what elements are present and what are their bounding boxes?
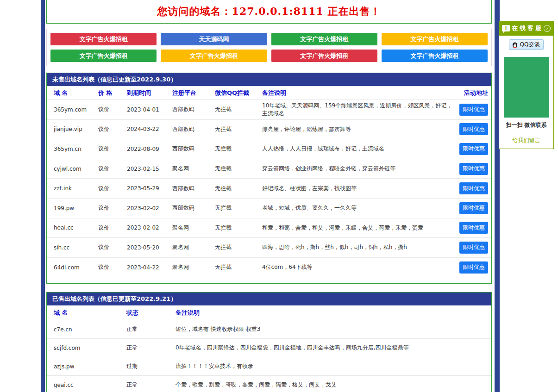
leave-message-link[interactable]: 给我们留言 (513, 137, 540, 144)
ads-row-2: 文字广告火爆招租 文字广告火爆招租 文字广告火爆招租 文字广告火爆招租 (50, 50, 488, 62)
platform-cell: 聚名网 (172, 263, 215, 271)
remark-cell: 好记域名、柱状图，左宗棠，找找图等 (262, 185, 456, 193)
remark-cell: 和爱，和蔼，合爱，和艾，河爱，禾嫒，合艾，荷爱，禾爱，贺爱 (262, 224, 456, 232)
platform-cell: 西部数码 (172, 204, 215, 212)
block-cell: 无拦截 (215, 204, 262, 212)
platform-cell: 西部数码 (172, 125, 215, 133)
platform-cell: 西部数码 (172, 145, 215, 153)
main-content: 您访问的域名：127.0.0.1:8111 正在出售！ 文字广告火爆招租 天天源… (46, 0, 492, 392)
table-row: c7e.cn 正常 短位，域名有 快速收录权限 权重3 (47, 320, 491, 339)
domain-cell: azjs.pw (54, 363, 126, 370)
column-header-remark: 备注说明 (262, 89, 456, 97)
column-header-expire: 到期时间 (127, 89, 172, 97)
unsold-panel-title: 未售出域名列表（信息已更新至2022.9.30） (47, 73, 491, 86)
block-cell: 无拦截 (215, 224, 262, 232)
remark-cell: 10年老域、天天源码网、159个终端景区风景，近期房价，郊区风景，好记，主流域名 (262, 102, 456, 118)
platform-cell: 聚名网 (172, 165, 215, 173)
remark-cell: 个爱，歌爱，割爱，哥哎，各爱，阁爱，隔爱，格艾，阁艾，戈艾 (176, 381, 491, 389)
column-header-action: 活动地址 (464, 89, 488, 97)
qq-chat-button[interactable]: QQ交谈 (509, 39, 544, 50)
sale-banner-text: 您访问的域名：127.0.0.1:8111 正在出售！ (157, 5, 381, 19)
domain-cell: sih.cc (54, 244, 98, 251)
domain-cell: zzt.ink (54, 185, 98, 192)
offer-button[interactable]: 限时优惠 (459, 242, 488, 254)
sold-domains-panel: 已售出域名列表（信息已更新至2022.9.21） 域 名 状态 备注说明 c7e… (46, 292, 492, 392)
column-header-remark: 备注说明 (176, 309, 491, 317)
domain-cell: scjfd.com (54, 345, 126, 351)
expire-cell: 2023-02-02 (127, 205, 172, 212)
remark-cell: 人人热播，人人日报，绒瑞绒布，好记，主流域名 (262, 145, 456, 153)
column-header-domain: 域 名 (54, 309, 126, 317)
table-row: heai.cc 议价 2023-02-02 聚名网 无拦截 和爱，和蔼，合爱，和… (47, 218, 491, 238)
collapse-icon[interactable]: › (544, 25, 551, 32)
offer-button[interactable]: 限时优惠 (459, 202, 488, 214)
domain-cell: jianjue.vip (54, 126, 98, 132)
domain-cell: 199.pw (54, 205, 98, 212)
chat-bubble-icon: ! (502, 25, 510, 31)
divider (499, 54, 553, 54)
ad-button-1[interactable]: 文字广告火爆招租 (50, 33, 157, 45)
table-row: sih.cc 议价 2023-05-20 聚名网 无拦截 四海，思哈，死h，斯h… (47, 238, 491, 258)
column-header-platform: 注册平台 (172, 89, 215, 97)
ad-button-8[interactable]: 文字广告火爆招租 (382, 50, 488, 62)
block-cell: 无拦截 (215, 125, 262, 133)
status-cell: 正常 (126, 344, 176, 352)
offer-button[interactable]: 限时优惠 (459, 163, 488, 175)
table-row: azjs.pw 过期 流拍！！！！安卓技术，有收录 (47, 357, 491, 376)
qq-penguin-icon (512, 42, 518, 48)
ad-button-6[interactable]: 文字广告火爆招租 (161, 50, 267, 62)
column-header-block: 微信QQ拦截 (215, 89, 262, 97)
price-cell: 议价 (98, 106, 127, 113)
table-row: jianjue.vip 议价 2024-03-22 西部数码 无拦截 漂亮屋，评… (47, 120, 491, 140)
wechat-qr-code (504, 57, 549, 118)
online-service-title: 在线客服 (510, 24, 544, 32)
status-cell: 正常 (126, 381, 176, 389)
offer-button[interactable]: 限时优惠 (459, 261, 488, 274)
ad-button-2[interactable]: 天天源码网 (161, 33, 267, 45)
price-cell: 议价 (98, 165, 127, 173)
offer-button[interactable]: 限时优惠 (459, 182, 488, 194)
expire-cell: 2023-04-01 (127, 106, 172, 113)
customer-service-header: ! 在线客服 › (499, 21, 554, 36)
offer-button[interactable]: 限时优惠 (459, 123, 488, 135)
status-cell: 过期 (126, 362, 176, 370)
price-cell: 议价 (98, 204, 127, 212)
platform-cell: 西部数码 (172, 185, 215, 193)
table-row: 365ym.com 议价 2023-04-01 西部数码 无拦截 10年老域、天… (47, 100, 491, 120)
offer-button[interactable]: 限时优惠 (459, 104, 488, 116)
text-ads-box: 文字广告火爆招租 天天源码网 文字广告火爆招租 文字广告火爆招租 文字广告火爆招… (46, 29, 492, 66)
price-cell: 议价 (98, 145, 127, 153)
remark-cell: 4位com，64下载等 (262, 263, 456, 271)
ad-button-5[interactable]: 文字广告火爆招租 (50, 50, 157, 62)
table-row: scjfd.com 正常 0年老域名，四川聚锋达，四川金福袋，四川金福地，四川金… (47, 339, 491, 357)
expire-cell: 2023-04-22 (127, 264, 172, 271)
platform-cell: 聚名网 (172, 243, 215, 251)
offer-button[interactable]: 限时优惠 (459, 222, 488, 234)
domain-cell: 64dl.com (54, 264, 98, 271)
block-cell: 无拦截 (215, 106, 262, 113)
expire-cell: 2024-03-22 (127, 126, 172, 132)
table-row: cyjwl.com 议价 2023-02-15 聚名网 无拦截 穿云箭网络，创业… (47, 159, 491, 179)
block-cell: 无拦截 (215, 185, 262, 193)
qq-chat-label: QQ交谈 (520, 41, 540, 49)
offer-button[interactable]: 限时优惠 (459, 143, 488, 155)
remark-cell: 四海，思哈，死h，斯h，丝h，似h，司h，饲h，私h，撕h (262, 243, 456, 251)
block-cell: 无拦截 (215, 243, 262, 251)
remark-cell: 流拍！！！！安卓技术，有收录 (176, 362, 491, 370)
block-cell: 无拦截 (215, 263, 262, 271)
sale-banner: 您访问的域名：127.0.0.1:8111 正在出售！ (46, 0, 492, 24)
platform-cell: 聚名网 (172, 224, 215, 232)
table-row: 64dl.com 议价 2023-04-22 聚名网 无拦截 4位com，64下… (47, 258, 491, 278)
domain-cell: 365ym.com (54, 106, 98, 113)
block-cell: 无拦截 (215, 165, 262, 173)
domain-cell: c7e.cn (54, 326, 126, 333)
price-cell: 议价 (98, 185, 127, 193)
price-cell: 议价 (98, 243, 127, 251)
ad-button-3[interactable]: 文字广告火爆招租 (271, 33, 377, 45)
domain-cell: heai.cc (54, 224, 98, 231)
remark-cell: 老域，短域，优质、要久久，一久久等 (262, 204, 456, 212)
expire-cell: 2022-08-09 (127, 146, 172, 152)
ad-button-7[interactable]: 文字广告火爆招租 (271, 50, 377, 62)
customer-service-body: QQ交谈 扫一扫 微信联系 给我们留言 (499, 36, 554, 149)
ad-button-4[interactable]: 文字广告火爆招租 (382, 33, 488, 45)
